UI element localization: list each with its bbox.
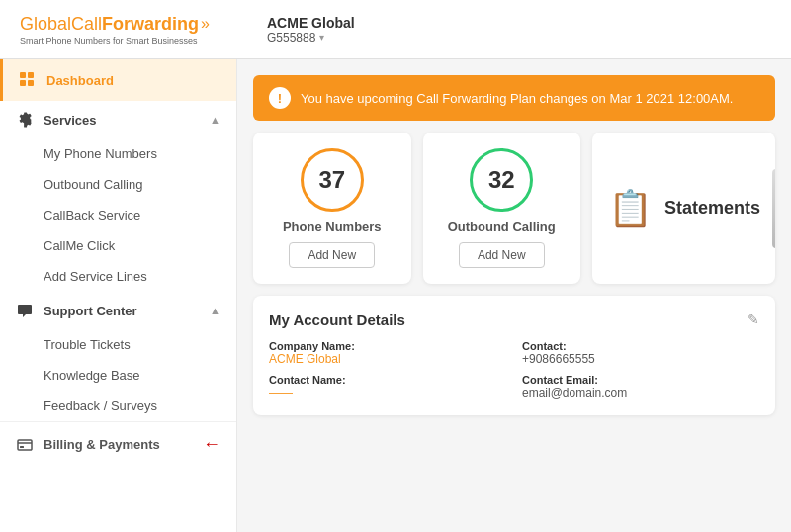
- outbound-calling-card: 32 Outbound Calling Add New: [423, 133, 581, 284]
- sidebar-item-dashboard[interactable]: Dashboard: [0, 59, 236, 101]
- contact-email-value: email@domain.com: [522, 386, 759, 399]
- account-dropdown-arrow-icon: ▾: [319, 32, 324, 43]
- contact-label: Contact:: [522, 340, 759, 352]
- billing-arrow-icon: ←: [203, 434, 220, 455]
- logo-arrows-icon: »: [201, 15, 210, 33]
- sidebar-item-callback-service[interactable]: CallBack Service: [0, 200, 236, 230]
- sidebar-item-trouble-tickets[interactable]: Trouble Tickets: [0, 329, 236, 360]
- edit-pencil-icon[interactable]: ✎: [747, 311, 759, 327]
- alert-banner: ! You have upcoming Call Forwarding Plan…: [253, 75, 775, 121]
- svg-rect-1: [28, 72, 34, 78]
- billing-label: Billing & Payments: [44, 437, 160, 452]
- sidebar: Dashboard Services ▲ My Phone Numbers Ou…: [0, 59, 237, 532]
- statements-thumbnail: [772, 169, 775, 248]
- account-details-card: My Account Details ✎ Company Name: ACME …: [253, 296, 775, 415]
- knowledge-base-label: Knowledge Base: [44, 368, 140, 383]
- support-chat-icon: [16, 302, 34, 319]
- svg-rect-3: [28, 80, 34, 86]
- logo-text: GlobalCallForwarding: [20, 14, 199, 35]
- contact-section: Contact: +9086665555: [522, 340, 759, 366]
- sidebar-item-billing-payments[interactable]: Billing & Payments ←: [0, 421, 236, 467]
- details-grid: Company Name: ACME Global Contact: +9086…: [269, 340, 759, 399]
- contact-name-value: ——: [269, 386, 506, 399]
- contact-email-label: Contact Email:: [522, 374, 759, 386]
- sidebar-section-services[interactable]: Services ▲: [0, 101, 236, 138]
- sidebar-item-outbound-calling[interactable]: Outbound Calling: [0, 169, 236, 200]
- outbound-calling-label: Outbound Calling: [448, 220, 556, 234]
- company-name-label: Company Name:: [269, 340, 506, 352]
- support-label: Support Center: [44, 304, 137, 318]
- my-phone-numbers-label: My Phone Numbers: [44, 146, 157, 161]
- svg-rect-6: [20, 446, 24, 448]
- phone-numbers-add-btn[interactable]: Add New: [289, 242, 375, 268]
- statements-label: Statements: [664, 198, 760, 219]
- dashboard-icon: [19, 71, 37, 89]
- logo-subtitle: Smart Phone Numbers for Smart Businesses: [20, 36, 257, 45]
- callback-service-label: CallBack Service: [44, 208, 140, 222]
- alert-message: You have upcoming Call Forwarding Plan c…: [301, 91, 733, 106]
- contact-value: +9086665555: [522, 352, 759, 366]
- account-id[interactable]: G555888 ▾: [267, 31, 355, 44]
- statements-icon: 📋: [608, 188, 653, 229]
- sidebar-item-add-service-lines[interactable]: Add Service Lines: [0, 261, 236, 292]
- phone-numbers-count: 37: [301, 148, 364, 212]
- outbound-calling-label: Outbound Calling: [44, 177, 142, 192]
- outbound-calling-count: 32: [470, 148, 533, 212]
- account-info: ACME Global G555888 ▾: [267, 15, 355, 44]
- contact-name-label: Contact Name:: [269, 374, 506, 386]
- contact-name-section: Contact Name: ——: [269, 374, 506, 399]
- header: GlobalCallForwarding » Smart Phone Numbe…: [0, 0, 791, 59]
- svg-rect-4: [18, 440, 32, 450]
- sidebar-item-knowledge-base[interactable]: Knowledge Base: [0, 360, 236, 391]
- company-name-value: ACME Global: [269, 352, 506, 366]
- trouble-tickets-label: Trouble Tickets: [44, 337, 131, 352]
- account-details-title: My Account Details: [269, 311, 759, 328]
- phone-numbers-label: Phone Numbers: [283, 220, 382, 234]
- alert-info-icon: !: [269, 87, 291, 109]
- feedback-surveys-label: Feedback / Surveys: [44, 399, 157, 413]
- phone-numbers-card: 37 Phone Numbers Add New: [253, 133, 411, 284]
- svg-rect-2: [20, 80, 26, 86]
- sidebar-section-support[interactable]: Support Center ▲: [0, 292, 236, 329]
- company-name-section: Company Name: ACME Global: [269, 340, 506, 366]
- add-service-lines-label: Add Service Lines: [44, 269, 147, 284]
- billing-icon: [16, 436, 34, 454]
- services-gear-icon: [16, 111, 34, 129]
- sidebar-item-callme-click[interactable]: CallMe Click: [0, 230, 236, 261]
- sidebar-item-feedback-surveys[interactable]: Feedback / Surveys: [0, 391, 236, 421]
- svg-rect-0: [20, 72, 26, 78]
- sidebar-dashboard-label: Dashboard: [46, 73, 114, 88]
- main-content: ! You have upcoming Call Forwarding Plan…: [237, 59, 791, 532]
- cards-row: 37 Phone Numbers Add New 32 Outbound Cal…: [253, 133, 775, 284]
- services-chevron-icon: ▲: [210, 114, 220, 126]
- services-label: Services: [44, 113, 97, 128]
- outbound-calling-add-btn[interactable]: Add New: [459, 242, 545, 268]
- callme-click-label: CallMe Click: [44, 238, 115, 253]
- support-chevron-icon: ▲: [210, 305, 220, 316]
- logo-area: GlobalCallForwarding » Smart Phone Numbe…: [20, 14, 257, 45]
- main-layout: Dashboard Services ▲ My Phone Numbers Ou…: [0, 59, 791, 532]
- contact-email-section: Contact Email: email@domain.com: [522, 374, 759, 399]
- account-name: ACME Global: [267, 15, 355, 31]
- sidebar-item-my-phone-numbers[interactable]: My Phone Numbers: [0, 138, 236, 169]
- statements-card: 📋 Statements: [592, 133, 775, 284]
